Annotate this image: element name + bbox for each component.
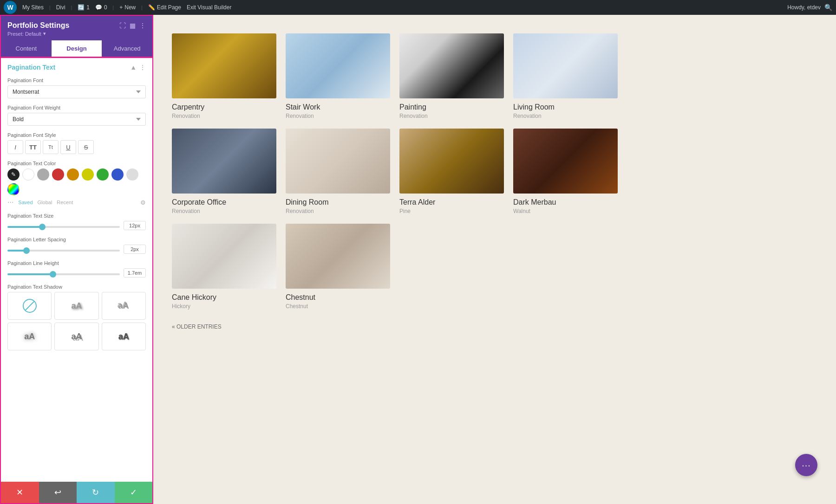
portfolio-item-darkmerbau[interactable]: Dark Merbau Walnut — [513, 129, 618, 214]
pagination-line-height-field: Pagination Line Height 1.7em — [7, 260, 146, 278]
section-title: Pagination Text — [7, 64, 55, 71]
portfolio-item-diningroom[interactable]: Dining Room Renovation — [286, 129, 390, 214]
pagination-text-size-label: Pagination Text Size — [7, 213, 146, 219]
exit-builder-btn[interactable]: Exit Visual Builder — [187, 4, 232, 11]
older-entries-link[interactable]: « OLDER ENTRIES — [172, 323, 618, 330]
color-swatch-red[interactable] — [52, 168, 64, 181]
shadow-options: aA aA aA aA aA — [7, 292, 146, 350]
shadow-5-btn[interactable]: aA — [102, 323, 146, 350]
shadow-4-btn[interactable]: aA — [54, 323, 98, 350]
comment-count[interactable]: 💬 0 — [95, 4, 107, 11]
portfolio-cat-corporate: Renovation — [172, 208, 276, 214]
my-sites-label: My Sites — [22, 4, 44, 11]
divi-menu[interactable]: Divi — [56, 4, 65, 11]
line-height-value: 1.7em — [124, 268, 146, 278]
portfolio-thumb-livingroom — [513, 33, 618, 98]
section-header: Pagination Text ▲ ⋮ — [7, 64, 146, 71]
my-sites-menu[interactable]: My Sites — [22, 4, 44, 11]
smallcaps-btn[interactable]: Tt — [43, 140, 59, 154]
color-swatch-light[interactable] — [126, 168, 138, 181]
shadow-none-btn[interactable] — [7, 292, 52, 320]
color-swatch-white[interactable] — [22, 168, 34, 181]
color-dots-icon[interactable]: ··· — [7, 198, 13, 207]
pagination-font-weight-field: Pagination Font Weight Bold — [7, 105, 146, 126]
portfolio-title-stairwork: Stair Work — [286, 103, 390, 111]
no-shadow-icon — [23, 299, 37, 313]
portfolio-item-carpentry[interactable]: Carpentry Renovation — [172, 33, 276, 119]
letter-spacing-slider[interactable] — [7, 250, 120, 252]
floating-action-button[interactable]: ··· — [795, 454, 817, 476]
portfolio-item-canehickory[interactable]: Cane Hickory Hickory — [172, 224, 276, 310]
shadow-3-btn[interactable]: aA — [7, 323, 52, 350]
portfolio-cat-painting: Renovation — [399, 113, 504, 119]
portfolio-thumb-diningroom — [286, 129, 390, 194]
tab-content[interactable]: Content — [1, 40, 52, 57]
cancel-button[interactable]: ✕ — [1, 482, 39, 503]
text-size-slider[interactable] — [7, 226, 120, 228]
save-button[interactable]: ✓ — [115, 482, 153, 503]
color-tab-saved[interactable]: Saved — [18, 200, 33, 205]
pagination-font-style-label: Pagination Font Style — [7, 132, 146, 138]
color-swatch-green[interactable] — [97, 168, 109, 181]
portfolio-cat-stairwork: Renovation — [286, 113, 390, 119]
portfolio-title-corporate: Corporate Office — [172, 198, 276, 207]
visit-count[interactable]: 🔄 1 — [78, 4, 90, 11]
color-tab-recent[interactable]: Recent — [57, 200, 73, 205]
section-more-icon[interactable]: ⋮ — [139, 64, 146, 71]
bold-btn[interactable]: TT — [25, 140, 41, 154]
main-layout: Portfolio Settings ⛶ ▦ ⋮ Preset: Default… — [0, 15, 836, 504]
color-picker-active[interactable] — [7, 168, 20, 181]
right-content: Carpentry Renovation Stair Work Renovati… — [153, 15, 836, 504]
portfolio-cat-livingroom: Renovation — [513, 113, 618, 119]
color-swatch-orange[interactable] — [67, 168, 79, 181]
color-settings-icon[interactable]: ⚙ — [140, 199, 146, 206]
preset-selector[interactable]: Preset: Default ▾ — [7, 31, 146, 37]
pagination-font-weight-select[interactable]: Bold — [7, 113, 146, 126]
color-swatch-blue[interactable] — [111, 168, 124, 181]
section-collapse-icon[interactable]: ▲ — [130, 64, 137, 71]
portfolio-item-terraalder[interactable]: Terra Alder Pine — [399, 129, 504, 214]
tab-design[interactable]: Design — [52, 40, 102, 57]
portfolio-cat-carpentry: Renovation — [172, 113, 276, 119]
shadow-2-btn[interactable]: aA — [102, 292, 146, 320]
panel-columns-icon[interactable]: ▦ — [130, 22, 136, 29]
panel-tabs: Content Design Advanced — [1, 40, 152, 57]
portfolio-cat-darkmerbau: Walnut — [513, 208, 618, 214]
portfolio-thumb-canehickory — [172, 224, 276, 289]
admin-search-icon[interactable]: 🔍 — [824, 4, 832, 11]
italic-btn[interactable]: I — [7, 140, 23, 154]
new-menu[interactable]: + New — [119, 4, 136, 11]
underline-btn[interactable]: U — [60, 140, 76, 154]
redo-button[interactable]: ↻ — [77, 482, 115, 503]
edit-page-btn[interactable]: ✏️ Edit Page — [148, 4, 181, 11]
portfolio-item-corporate[interactable]: Corporate Office Renovation — [172, 129, 276, 214]
wordpress-icon[interactable]: W — [4, 1, 17, 14]
color-tab-global[interactable]: Global — [38, 200, 52, 205]
portfolio-item-stairwork[interactable]: Stair Work Renovation — [286, 33, 390, 119]
portfolio-cat-terraalder: Pine — [399, 208, 504, 214]
letter-spacing-value: 2px — [124, 245, 146, 254]
pagination-font-select[interactable]: Montserrat — [7, 85, 146, 98]
shadow-1-btn[interactable]: aA — [54, 292, 98, 320]
font-style-buttons: I TT Tt U S — [7, 140, 146, 154]
portfolio-item-painting[interactable]: Painting Renovation — [399, 33, 504, 119]
panel-header: Portfolio Settings ⛶ ▦ ⋮ Preset: Default… — [1, 16, 152, 40]
portfolio-item-livingroom[interactable]: Living Room Renovation — [513, 33, 618, 119]
pagination-text-color-field: Pagination Text Color ··· Saved G — [7, 161, 146, 207]
pagination-font-field: Pagination Font Montserrat — [7, 78, 146, 98]
color-swatch-yellow[interactable] — [82, 168, 94, 181]
line-height-slider[interactable] — [7, 273, 120, 275]
color-swatch-rainbow[interactable] — [7, 183, 20, 195]
shadow-preview-3: aA — [24, 332, 35, 342]
undo-button[interactable]: ↩ — [39, 482, 77, 503]
tab-advanced[interactable]: Advanced — [102, 40, 152, 57]
portfolio-title-painting: Painting — [399, 103, 504, 111]
panel-content: Pagination Text ▲ ⋮ Pagination Font Mont… — [1, 57, 152, 482]
portfolio-item-chestnut[interactable]: Chestnut Chestnut — [286, 224, 390, 310]
panel-more-icon[interactable]: ⋮ — [139, 22, 146, 29]
color-swatch-gray[interactable] — [37, 168, 49, 181]
portfolio-cat-diningroom: Renovation — [286, 208, 390, 214]
panel-expand-icon[interactable]: ⛶ — [119, 22, 126, 29]
strikethrough-btn[interactable]: S — [78, 140, 94, 154]
portfolio-title-carpentry: Carpentry — [172, 103, 276, 111]
